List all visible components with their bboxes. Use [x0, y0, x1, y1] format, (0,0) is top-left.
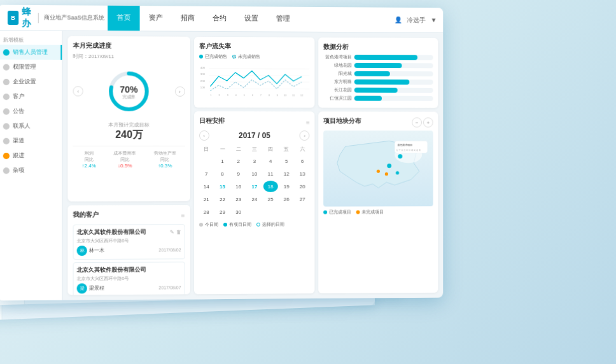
enterprise-icon [3, 78, 10, 85]
cal-day-17[interactable]: 17 [247, 181, 262, 192]
metric-labor: 劳动生产率 同比 ↑0.3% [154, 150, 176, 169]
cal-day-27[interactable]: 27 [295, 193, 310, 205]
nav-right: 👤 冷选手 ▼ [395, 15, 437, 24]
cal-prev-btn[interactable]: ‹ [199, 130, 209, 141]
svg-text:12: 12 [300, 94, 303, 97]
map-legend-pending: 未完成项目 [356, 209, 384, 215]
cal-day-5[interactable]: 5 [279, 155, 294, 167]
sidebar-item-contacts[interactable]: 联系人 [0, 118, 62, 133]
legend-event: 有项目日期 [223, 221, 251, 228]
pending-dot [232, 55, 236, 59]
cal-day-23[interactable]: 23 [231, 193, 246, 205]
delete-icon-0[interactable]: 🗑 [176, 229, 181, 235]
map-completed-label: 已完成项目 [329, 209, 351, 215]
cal-day-20[interactable]: 20 [295, 181, 310, 192]
map-bubble-sub: 位于东五环外缓街道旁 [396, 148, 421, 151]
cal-day-1[interactable]: 1 [215, 155, 230, 167]
tab-contract[interactable]: 合约 [204, 6, 235, 31]
cal-day-14[interactable]: 14 [199, 181, 214, 192]
sidebar-item-announce[interactable]: 公告 [0, 104, 62, 118]
svg-text:3: 3 [227, 94, 228, 97]
progress-next-btn[interactable]: › [175, 87, 185, 97]
cal-day-6[interactable]: 6 [295, 155, 310, 167]
progress-prev-btn[interactable]: ‹ [73, 86, 83, 96]
sidebar-item-followup[interactable]: 跟进 [0, 148, 62, 163]
cal-day-9[interactable]: 9 [231, 168, 246, 179]
cal-day-18[interactable]: 18 [263, 181, 277, 192]
cal-day-10[interactable]: 10 [247, 168, 262, 179]
bar-fill-2 [354, 71, 390, 76]
customer-footer-1: 梁 梁景程 2017/08/07 [77, 283, 181, 293]
customer-company-1: 北京久其软件股份有限公司 [77, 265, 181, 274]
sidebar-announce-label: 公告 [13, 107, 24, 115]
cal-dh-3: 三 [247, 144, 262, 154]
cal-day-12[interactable]: 12 [279, 168, 294, 179]
sidebar-item-misc[interactable]: 杂项 [0, 163, 62, 178]
bar-row-2: 阳光城 [323, 71, 433, 78]
svg-line-8 [209, 82, 309, 83]
cal-day-15[interactable]: 15 [215, 181, 230, 192]
svg-text:6: 6 [252, 94, 253, 97]
sidebar-item-permissions[interactable]: 权限管理 [0, 60, 62, 75]
svg-text:200: 200 [200, 80, 205, 83]
map-minus-btn[interactable]: − [412, 117, 422, 127]
cal-day-26[interactable]: 26 [279, 193, 294, 205]
tab-manage[interactable]: 管理 [267, 6, 299, 31]
progress-date: 时间：2017/09/11 [73, 53, 185, 60]
bar-label-4: 长江花园 [323, 87, 352, 93]
cal-day-3[interactable]: 3 [247, 155, 262, 167]
bar-row-3: 东方明珠 [323, 79, 433, 85]
cal-next-btn[interactable]: › [300, 130, 310, 141]
cal-day-4[interactable]: 4 [263, 155, 277, 167]
bar-fill-1 [354, 63, 402, 68]
svg-text:400: 400 [200, 66, 205, 69]
svg-text:10: 10 [284, 94, 286, 97]
cal-day-28[interactable]: 28 [199, 206, 214, 218]
sidebar-item-customers[interactable]: 客户 [0, 89, 62, 104]
cal-day-21[interactable]: 21 [199, 193, 214, 205]
map-plus-btn[interactable]: + [423, 118, 433, 128]
cal-day-19[interactable]: 19 [279, 181, 294, 192]
monthly-target-value: 240万 [73, 129, 185, 142]
cal-day-16[interactable]: 16 [231, 181, 246, 192]
customer-item-0: 北京久其软件股份有限公司 ✎ 🗑 北京市大兴区西环中路6号 林 林一木 2017… [73, 224, 185, 260]
svg-text:300: 300 [200, 73, 205, 76]
sidebar-item-channel[interactable]: 渠道 [0, 134, 62, 148]
cal-day-24[interactable]: 24 [247, 193, 262, 205]
sidebar-sales-label: 销售人员管理 [13, 48, 48, 56]
calendar-menu-icon[interactable]: ≡ [306, 119, 310, 126]
tab-home[interactable]: 首页 [108, 6, 139, 31]
map-pin-5 [396, 171, 399, 174]
map-legend: 已完成项目 未完成项目 [323, 209, 433, 215]
cal-day-25[interactable]: 25 [263, 193, 277, 205]
cal-day-22[interactable]: 22 [215, 193, 230, 205]
cal-day-8[interactable]: 8 [215, 168, 230, 179]
bar-row-0: 蓝色港湾项目 [323, 54, 433, 61]
tab-settings[interactable]: 设置 [235, 6, 267, 31]
cal-day-2[interactable]: 2 [231, 155, 246, 167]
sidebar-item-enterprise[interactable]: 企业设置 [0, 74, 62, 90]
bar-fill-3 [354, 80, 410, 85]
sidebar-item-sales[interactable]: 销售人员管理 [0, 45, 62, 60]
cal-day-11[interactable]: 11 [263, 168, 277, 179]
customer-addr-0: 北京市大兴区西环中路6号 [77, 237, 181, 244]
map-pending-dot [356, 210, 360, 214]
progress-widget: 本月完成进度 时间：2017/09/11 ‹ 70% 完成率 › [67, 36, 190, 201]
map-pin-3 [377, 170, 380, 173]
cal-day-29[interactable]: 29 [215, 206, 230, 218]
bar-track-1 [354, 63, 433, 68]
cal-day-30[interactable]: 30 [231, 206, 246, 218]
customers-menu-icon[interactable]: ≡ [181, 212, 185, 219]
edit-icon-0[interactable]: ✎ [170, 229, 174, 235]
cost-change: ↓0.5% [114, 163, 136, 169]
legend-selected: 选择的日期 [256, 221, 284, 228]
logo-text: 蜂办 [22, 6, 32, 29]
bar-fill-5 [354, 96, 382, 101]
tab-assets[interactable]: 资产 [140, 6, 172, 31]
cal-day-13[interactable]: 13 [295, 168, 310, 179]
pending-label: 未完成销售 [238, 53, 260, 60]
progress-circle: 70% 完成率 [106, 69, 151, 113]
cal-day-7[interactable]: 7 [199, 168, 214, 179]
tab-recruit[interactable]: 招商 [172, 6, 204, 31]
bar-track-2 [354, 71, 433, 76]
